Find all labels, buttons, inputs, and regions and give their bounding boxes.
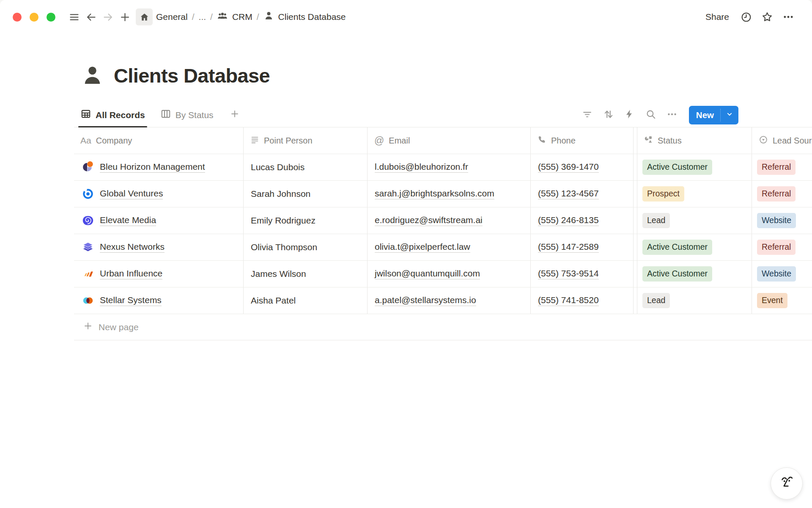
email-cell[interactable]: l.dubois@bleuhorizon.fr [368, 154, 531, 180]
status-cell[interactable]: Lead [637, 287, 752, 314]
company-cell[interactable]: Bleu Horizon Management [74, 154, 244, 180]
email-link[interactable]: jwilson@quantumquill.com [375, 268, 480, 279]
company-link[interactable]: Urban Influence [100, 268, 162, 279]
status-cell[interactable]: Active Customer [637, 234, 752, 260]
point-person-cell[interactable]: Emily Rodriguez [244, 207, 368, 234]
status-badge[interactable]: Lead [642, 213, 670, 228]
filter-button[interactable] [580, 108, 595, 123]
favorite-button[interactable] [759, 8, 776, 25]
new-page-button[interactable]: New page [74, 314, 812, 340]
forward-button[interactable] [99, 8, 116, 25]
company-cell[interactable]: Stellar Systems [74, 287, 244, 314]
email-cell[interactable]: olivia.t@pixelperfect.law [368, 234, 531, 260]
lead-source-cell[interactable]: Referral [752, 181, 812, 207]
email-cell[interactable]: sarah.j@brightsparksolns.com [368, 181, 531, 207]
status-cell[interactable]: Prospect [637, 181, 752, 207]
history-button[interactable] [738, 8, 754, 25]
breadcrumb-home-button[interactable] [136, 8, 153, 25]
lead-source-cell[interactable]: Referral [752, 154, 812, 180]
view-options-button[interactable] [664, 108, 680, 123]
back-button[interactable] [82, 8, 99, 25]
lead-source-badge[interactable]: Referral [757, 186, 796, 202]
tab-all-records[interactable]: All Records [78, 103, 147, 127]
point-person-cell[interactable]: Sarah Johnson [244, 181, 368, 207]
phone-link[interactable]: (555) 753-9514 [538, 268, 599, 279]
tab-by-status[interactable]: By Status [158, 103, 216, 127]
status-cell[interactable]: Lead [637, 207, 752, 234]
email-cell[interactable]: e.rodriguez@swiftstream.ai [368, 207, 531, 234]
search-button[interactable] [643, 108, 658, 123]
breadcrumb-item-crm[interactable]: CRM [214, 9, 256, 25]
status-cell[interactable]: Active Customer [637, 261, 752, 287]
add-view-button[interactable] [228, 103, 242, 127]
lead-source-badge[interactable]: Event [757, 293, 787, 308]
company-cell[interactable]: Elevate Media [74, 207, 244, 234]
column-header-status[interactable]: Status [637, 127, 752, 154]
phone-cell[interactable]: (555) 246-8135 [531, 207, 634, 234]
column-header-company[interactable]: Aa Company [74, 127, 244, 154]
phone-cell[interactable]: (555) 741-8520 [531, 287, 634, 314]
status-badge[interactable]: Active Customer [642, 160, 712, 175]
phone-link[interactable]: (555) 246-8135 [538, 215, 599, 226]
status-cell[interactable]: Active Customer [637, 154, 752, 180]
email-link[interactable]: a.patel@stellarsystems.io [375, 295, 476, 306]
minimize-window-button[interactable] [30, 13, 38, 22]
share-button[interactable]: Share [701, 9, 733, 25]
company-link[interactable]: Global Ventures [100, 188, 163, 199]
company-cell[interactable]: Urban Influence [74, 261, 244, 287]
point-person-cell[interactable]: Aisha Patel [244, 287, 368, 314]
column-header-phone[interactable]: Phone [531, 127, 634, 154]
point-person-cell[interactable]: Lucas Dubois [244, 154, 368, 180]
new-tab-button[interactable] [116, 8, 133, 25]
email-cell[interactable]: a.patel@stellarsystems.io [368, 287, 531, 314]
status-badge[interactable]: Active Customer [642, 266, 712, 282]
breadcrumb-item-general[interactable]: General [153, 10, 191, 24]
email-link[interactable]: e.rodriguez@swiftstream.ai [375, 215, 483, 226]
phone-link[interactable]: (555) 369-1470 [538, 162, 599, 173]
lead-source-cell[interactable]: Event [752, 287, 812, 314]
phone-cell[interactable]: (555) 369-1470 [531, 154, 634, 180]
column-header-point-person[interactable]: Point Person [244, 127, 368, 154]
point-person-cell[interactable]: James Wilson [244, 261, 368, 287]
phone-link[interactable]: (555) 123-4567 [538, 188, 599, 199]
close-window-button[interactable] [13, 13, 22, 22]
status-badge[interactable]: Prospect [642, 186, 684, 202]
email-link[interactable]: olivia.t@pixelperfect.law [375, 242, 470, 253]
company-cell[interactable]: Nexus Networks [74, 234, 244, 260]
email-link[interactable]: sarah.j@brightsparksolns.com [375, 188, 494, 199]
breadcrumb-item-clients-database[interactable]: Clients Database [260, 9, 349, 25]
new-record-dropdown-button[interactable] [721, 106, 738, 124]
company-link[interactable]: Nexus Networks [100, 242, 165, 253]
lead-source-cell[interactable]: Website [752, 261, 812, 287]
lead-source-badge[interactable]: Website [757, 213, 796, 228]
page-options-button[interactable] [780, 8, 797, 25]
lead-source-badge[interactable]: Referral [757, 240, 796, 255]
lead-source-cell[interactable]: Website [752, 207, 812, 234]
point-person-cell[interactable]: Olivia Thompson [244, 234, 368, 260]
company-cell[interactable]: Global Ventures [74, 181, 244, 207]
zoom-window-button[interactable] [47, 13, 55, 22]
phone-cell[interactable]: (555) 753-9514 [531, 261, 634, 287]
lead-source-badge[interactable]: Referral [757, 160, 796, 175]
sidebar-menu-button[interactable] [66, 8, 82, 25]
phone-link[interactable]: (555) 741-8520 [538, 295, 599, 306]
email-cell[interactable]: jwilson@quantumquill.com [368, 261, 531, 287]
page-icon-person[interactable] [80, 64, 104, 88]
phone-link[interactable]: (555) 147-2589 [538, 242, 599, 253]
new-record-button[interactable]: New [689, 106, 720, 124]
lead-source-cell[interactable]: Referral [752, 234, 812, 260]
company-link[interactable]: Stellar Systems [100, 295, 162, 306]
sort-button[interactable] [601, 108, 616, 123]
column-header-email[interactable]: @ Email [368, 127, 531, 154]
status-badge[interactable]: Active Customer [642, 240, 712, 255]
email-link[interactable]: l.dubois@bleuhorizon.fr [375, 162, 468, 173]
phone-cell[interactable]: (555) 147-2589 [531, 234, 634, 260]
notion-ai-button[interactable] [771, 467, 803, 500]
company-link[interactable]: Bleu Horizon Management [100, 162, 205, 173]
lead-source-badge[interactable]: Website [757, 266, 796, 282]
column-header-lead-source[interactable]: Lead Source [752, 127, 812, 154]
breadcrumb-item-collapsed[interactable]: ... [195, 10, 210, 24]
company-link[interactable]: Elevate Media [100, 215, 156, 226]
automations-button[interactable] [622, 108, 637, 123]
phone-cell[interactable]: (555) 123-4567 [531, 181, 634, 207]
